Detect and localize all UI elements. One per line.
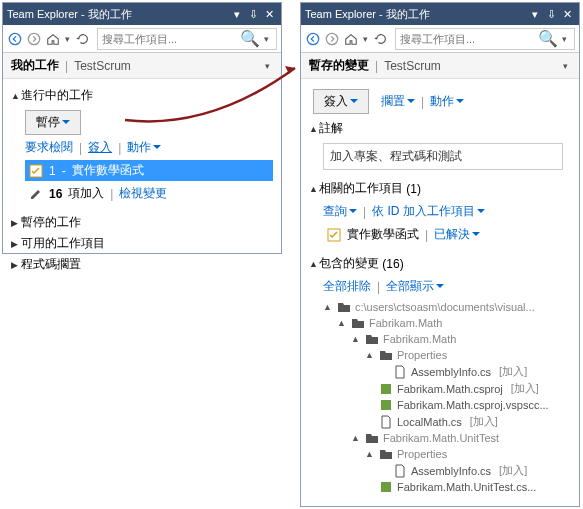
home-dropdown[interactable]: ▾ [63,34,72,44]
changes-row: 16 項加入 | 檢視變更 [25,183,273,204]
svg-rect-6 [381,384,391,394]
work-item-title: 實作數學函式 [72,162,144,179]
folder-icon [337,300,351,314]
pending-changes-pane: Team Explorer - 我的工作 ▾ ⇩ ✕ ▾ 🔍▾ 暫存的變更 | … [300,2,580,507]
view-changes-link[interactable]: 檢視變更 [119,185,167,202]
work-item-row[interactable]: 1 - 實作數學函式 [25,160,273,181]
exclude-all-link[interactable]: 全部排除 [323,278,371,295]
expand-icon: ▲ [351,334,361,344]
expand-icon: ▲ [365,350,375,360]
home-dropdown[interactable]: ▾ [361,34,370,44]
close-icon[interactable]: ✕ [261,6,277,22]
search-box[interactable]: 🔍▾ [97,28,277,50]
svg-point-0 [10,33,21,44]
toolbar: ▾ 🔍▾ [301,25,579,53]
tree-file[interactable]: AssemblyInfo.cs[加入] [323,462,571,479]
suspend-button[interactable]: 暫停 [25,110,81,135]
tree-folder[interactable]: ▲Fabrikam.Math [323,331,571,347]
actions-link[interactable]: 動作 [127,139,161,156]
request-review-link[interactable]: 要求檢閱 [25,139,73,156]
section-suspended[interactable]: ▶暫停的工作 [11,212,273,233]
window-title: Team Explorer - 我的工作 [7,7,229,22]
body: 簽入 擱置 | 動作 ▲註解 加入專案、程式碼和測試 ▲相關的工作項目 (1) … [301,79,579,509]
section-in-progress[interactable]: ▲ 進行中的工作 [11,85,273,106]
refresh-button[interactable] [372,28,389,50]
page-menu[interactable]: ▾ [559,61,571,71]
page-title: 我的工作 [11,57,59,74]
dropdown-icon[interactable]: ▾ [527,6,543,22]
window-title: Team Explorer - 我的工作 [305,7,527,22]
svg-point-3 [308,33,319,44]
section-comment[interactable]: ▲註解 [309,118,571,139]
back-button[interactable] [7,28,24,50]
svg-rect-7 [381,400,391,410]
show-all-link[interactable]: 全部顯示 [386,278,444,295]
query-link[interactable]: 查詢 [323,203,357,220]
dropdown-icon[interactable]: ▾ [229,6,245,22]
edit-icon [29,187,43,201]
close-icon[interactable]: ✕ [559,6,575,22]
expand-icon: ▲ [11,91,21,101]
task-icon [29,164,43,178]
refresh-button[interactable] [74,28,91,50]
toolbar: ▾ 🔍▾ [3,25,281,53]
tree-file[interactable]: Fabrikam.Math.csproj[加入] [323,380,571,397]
folder-icon [365,332,379,346]
tree-folder[interactable]: ▲Fabrikam.Math [323,315,571,331]
project-name: TestScrum [74,59,131,73]
resolved-link[interactable]: 已解決 [434,226,480,243]
pin-icon[interactable]: ⇩ [543,6,559,22]
related-item-row[interactable]: 實作數學函式 | 已解決 [323,224,571,245]
folder-icon [351,316,365,330]
csproj-icon [379,480,393,494]
search-input[interactable] [400,33,538,45]
forward-button[interactable] [324,28,341,50]
home-button[interactable] [342,28,359,50]
pin-icon[interactable]: ⇩ [245,6,261,22]
section-related[interactable]: ▲相關的工作項目 (1) [309,178,571,199]
file-icon [393,365,407,379]
titlebar: Team Explorer - 我的工作 ▾ ⇩ ✕ [301,3,579,25]
expand-icon: ▲ [365,449,375,459]
tree-file[interactable]: AssemblyInfo.cs[加入] [323,363,571,380]
tree-folder[interactable]: ▲c:\users\ctsoasm\documents\visual... [323,299,571,315]
expand-icon: ▲ [351,433,361,443]
page-header: 暫存的變更 | TestScrum ▾ [301,53,579,79]
section-included[interactable]: ▲包含的變更 (16) [309,253,571,274]
folder-icon [379,348,393,362]
section-shelvesets[interactable]: ▶程式碼擱置 [11,254,273,275]
shelve-link[interactable]: 擱置 [381,93,415,110]
svg-rect-8 [381,482,391,492]
search-box[interactable]: 🔍▾ [395,28,575,50]
expand-icon: ▲ [309,259,319,269]
comment-input[interactable]: 加入專案、程式碼和測試 [323,143,563,170]
changes-tree: ▲c:\users\ctsoasm\documents\visual... ▲F… [323,299,571,495]
search-input[interactable] [102,33,240,45]
work-item-id: 1 [49,164,56,178]
forward-button[interactable] [26,28,43,50]
collapse-icon: ▶ [11,218,21,228]
titlebar: Team Explorer - 我的工作 ▾ ⇩ ✕ [3,3,281,25]
actions-link[interactable]: 動作 [430,93,464,110]
checkin-link[interactable]: 簽入 [88,139,112,156]
checkin-button[interactable]: 簽入 [313,89,369,114]
tree-folder[interactable]: ▲Properties [323,347,571,363]
tree-file[interactable]: LocalMath.cs[加入] [323,413,571,430]
search-icon[interactable]: 🔍 [538,29,558,48]
home-button[interactable] [44,28,61,50]
search-icon[interactable]: 🔍 [240,29,260,48]
csproj-icon [379,382,393,396]
csproj-icon [379,398,393,412]
tree-file[interactable]: Fabrikam.Math.csproj.vspscc... [323,397,571,413]
svg-point-4 [326,33,337,44]
tree-folder[interactable]: ▲Fabrikam.Math.UnitTest [323,430,571,446]
page-menu[interactable]: ▾ [261,61,273,71]
svg-point-1 [28,33,39,44]
section-available[interactable]: ▶可用的工作項目 [11,233,273,254]
tree-folder[interactable]: ▲Properties [323,446,571,462]
back-button[interactable] [305,28,322,50]
mywork-pane: Team Explorer - 我的工作 ▾ ⇩ ✕ ▾ 🔍▾ 我的工作 | T… [2,2,282,254]
file-icon [379,415,393,429]
tree-file[interactable]: Fabrikam.Math.UnitTest.cs... [323,479,571,495]
add-by-id-link[interactable]: 依 ID 加入工作項目 [372,203,485,220]
